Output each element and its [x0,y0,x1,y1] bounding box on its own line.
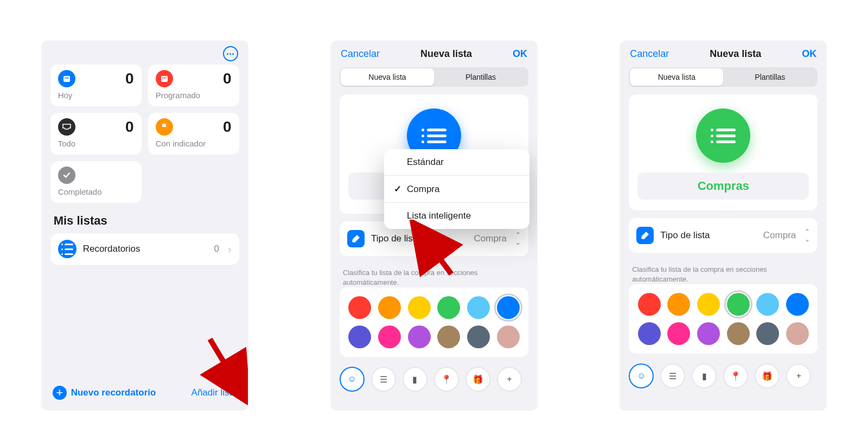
cancel-button[interactable]: Cancelar [630,48,669,60]
color-swatch[interactable] [408,296,431,319]
list-type-value: Compra [763,230,796,241]
icon-picker-row: ☺ ☰ ▮ 📍 🎁 + [620,361,826,388]
ellipsis-icon [227,53,234,55]
svg-rect-0 [63,76,70,82]
list-icon-preview [696,108,750,163]
all-count: 0 [125,118,134,136]
icon-option-smiley[interactable]: ☺ [629,363,654,388]
icon-option-pin[interactable]: 📍 [723,363,748,388]
color-swatch[interactable] [378,326,401,348]
color-swatch[interactable] [497,326,520,348]
today-count: 0 [125,70,134,87]
color-swatch[interactable] [638,293,661,316]
tab-new-list[interactable]: Nueva lista [341,68,434,86]
tab-new-list[interactable]: Nueva lista [630,68,723,86]
icon-option-list[interactable]: ☰ [660,363,685,388]
list-item-recordatorios[interactable]: Recordatorios 0 › [50,233,239,265]
list-count: 0 [214,244,219,254]
all-card[interactable]: 0 Todo [50,113,142,155]
segmented-control[interactable]: Nueva lista Plantillas [340,67,528,87]
svg-rect-4 [164,78,165,79]
icon-option-bookmark[interactable]: ▮ [692,363,717,388]
color-swatch[interactable] [697,293,720,316]
menu-item-shopping[interactable]: ✓Compra [384,175,529,202]
color-swatch[interactable] [348,326,371,348]
tray-icon [58,118,75,136]
segmented-control[interactable]: Nueva lista Plantillas [629,67,818,87]
more-button[interactable] [223,46,238,61]
modal-title: Nueva lista [420,48,472,60]
today-card[interactable]: 0 Hoy [50,65,142,106]
color-swatch[interactable] [497,296,520,319]
calendar-grid-icon [156,70,173,87]
type-description: Clasifica tu lista de la compra en secci… [331,264,537,288]
scheduled-label: Programado [156,91,232,100]
color-swatch[interactable] [667,293,690,316]
list-type-label: Tipo de lista [660,230,757,241]
ok-button[interactable]: OK [513,48,527,60]
type-description: Clasifica tu lista de la compra en secci… [620,260,826,284]
color-swatch[interactable] [756,293,779,316]
svg-rect-1 [65,78,69,79]
icon-option-gift[interactable]: 🎁 [465,367,490,392]
checkmark-icon [58,167,75,184]
list-name: Recordatorios [83,244,208,254]
completed-card[interactable]: Completado [50,161,142,203]
color-picker [340,288,528,357]
color-swatch[interactable] [378,296,401,319]
icon-option-gift[interactable]: 🎁 [755,363,780,388]
flagged-count: 0 [223,118,232,136]
cancel-button[interactable]: Cancelar [341,48,380,60]
calendar-icon [58,70,75,87]
ok-button[interactable]: OK [802,48,816,60]
color-swatch[interactable] [437,326,460,348]
list-type-menu: Estándar ✓Compra Lista inteligente [384,149,529,229]
new-list-modal-with-menu: Cancelar Nueva lista OK Nueva lista Plan… [331,41,537,410]
icon-option-plus[interactable]: + [497,367,522,392]
list-type-row[interactable]: Tipo de lista Compra ⌃⌄ [347,228,521,250]
flagged-card[interactable]: 0 Con indicador [148,113,239,155]
svg-rect-5 [165,78,167,79]
add-list-button[interactable]: Añadir lista [192,387,237,398]
chevron-updown-icon: ⌃⌄ [515,231,521,246]
icon-option-bookmark[interactable]: ▮ [403,367,427,392]
icon-option-pin[interactable]: 📍 [434,367,459,392]
color-swatch[interactable] [786,322,809,345]
scheduled-count: 0 [223,70,232,87]
chevron-right-icon: › [228,243,232,256]
color-swatch[interactable] [638,322,661,345]
list-name-input[interactable]: Compras [637,173,809,200]
color-swatch[interactable] [437,296,460,319]
tab-templates[interactable]: Plantillas [434,68,527,86]
color-swatch[interactable] [786,293,809,316]
icon-picker-row: ☺ ☰ ▮ 📍 🎁 + [331,365,537,392]
color-swatch[interactable] [467,296,490,319]
menu-item-standard[interactable]: Estándar [384,149,529,175]
modal-title: Nueva lista [710,48,761,60]
tab-templates[interactable]: Plantillas [723,68,816,86]
color-swatch[interactable] [697,322,720,345]
my-lists-heading: Mis listas [42,203,248,233]
color-swatch[interactable] [467,326,490,348]
color-swatch[interactable] [727,293,750,316]
flagged-label: Con indicador [156,139,232,148]
completed-label: Completado [58,187,134,196]
color-swatch[interactable] [756,322,779,345]
list-type-value: Compra [474,233,507,244]
icon-option-list[interactable]: ☰ [371,367,396,392]
color-swatch[interactable] [667,322,690,345]
svg-rect-3 [162,78,163,79]
icon-option-plus[interactable]: + [786,363,811,388]
color-swatch[interactable] [408,326,431,348]
flag-icon [156,118,173,136]
scheduled-card[interactable]: 0 Programado [148,65,239,106]
color-swatch[interactable] [727,322,750,345]
menu-item-smart[interactable]: Lista inteligente [384,202,529,229]
carrot-icon [636,227,654,244]
list-type-label: Tipo de lista [371,233,468,244]
color-swatch[interactable] [348,296,371,319]
list-type-row[interactable]: Tipo de lista Compra ⌃⌄ [636,225,810,246]
icon-option-smiley[interactable]: ☺ [340,367,365,392]
list-icon [58,240,76,258]
new-reminder-button[interactable]: + Nuevo recordatorio [53,386,156,400]
